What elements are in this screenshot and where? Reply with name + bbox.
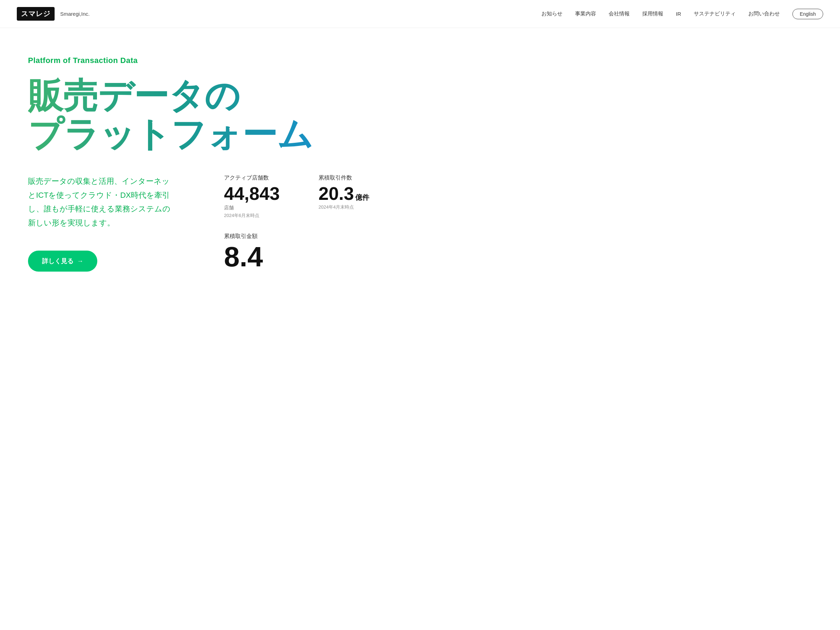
arrow-icon: → — [77, 257, 83, 265]
desc-green: 販売データの収集と活用、インターネッとICTを使ってクラウド・DX時代を牽引し、… — [28, 177, 171, 227]
cumulative-tx-number: 20.3 億件 — [319, 185, 392, 203]
cta-button[interactable]: 詳しく見る → — [28, 251, 97, 272]
stats-area: アクティブ店舗数 44,843 店舗 2024年6月末時点 累積取引件数 20.… — [224, 174, 392, 272]
description-area: 販売データの収集と活用、インターネッとICTを使ってクラウド・DX時代を牽引し、… — [28, 174, 196, 272]
hero-title-line1: 販売データの — [28, 76, 392, 115]
cumulative-amount-value: 8.4 — [224, 243, 392, 271]
company-name: Smaregi,Inc. — [60, 11, 90, 17]
logo[interactable]: スマレジ — [17, 7, 55, 21]
description-text: 販売データの収集と活用、インターネッとICTを使ってクラウド・DX時代を牽引し、… — [28, 174, 196, 230]
hero-title: 販売データの プラットフォーム — [28, 76, 392, 153]
stat-cumulative-amount: 累積取引金額 8.4 — [224, 233, 392, 271]
stat-cumulative-transactions: 累積取引件数 20.3 億件 2024年4月末時点 — [319, 174, 392, 219]
main-content: Platform of Transaction Data 販売データの プラット… — [0, 28, 420, 272]
content-section: 販売データの収集と活用、インターネッとICTを使ってクラウド・DX時代を牽引し、… — [28, 174, 392, 272]
cumulative-tx-unit: 億件 — [355, 194, 369, 201]
cta-label: 詳しく見る — [42, 257, 74, 265]
nav-business[interactable]: 事業内容 — [575, 11, 596, 17]
active-stores-label: アクティブ店舗数 — [224, 174, 297, 182]
cta-area: 詳しく見る → — [28, 251, 196, 272]
english-button[interactable]: English — [793, 9, 823, 19]
nav-ir[interactable]: IR — [676, 11, 681, 17]
cumulative-tx-label: 累積取引件数 — [319, 174, 392, 182]
active-stores-note: 2024年6月末時点 — [224, 212, 297, 219]
cumulative-tx-note: 2024年4月末時点 — [319, 204, 392, 210]
cumulative-amount-label: 累積取引金額 — [224, 233, 392, 240]
stat-active-stores: アクティブ店舗数 44,843 店舗 2024年6月末時点 — [224, 174, 297, 219]
active-stores-number: 44,843 — [224, 185, 297, 203]
nav-news[interactable]: お知らせ — [542, 11, 562, 17]
nav-sustainability[interactable]: サステナビリティ — [694, 11, 736, 17]
cumulative-tx-value: 20.3 — [319, 185, 354, 203]
nav-recruit[interactable]: 採用情報 — [642, 11, 663, 17]
active-stores-value: 44,843 — [224, 185, 279, 203]
platform-label: Platform of Transaction Data — [28, 56, 392, 65]
hero-title-line2: プラットフォーム — [28, 115, 392, 153]
nav-company[interactable]: 会社情報 — [609, 11, 630, 17]
active-stores-unit: 店舗 — [224, 205, 297, 211]
nav-contact[interactable]: お問い合わせ — [748, 11, 780, 17]
logo-area: スマレジ Smaregi,Inc. — [17, 7, 90, 21]
main-nav: お知らせ 事業内容 会社情報 採用情報 IR サステナビリティ お問い合わせ E… — [542, 9, 823, 19]
site-header: スマレジ Smaregi,Inc. お知らせ 事業内容 会社情報 採用情報 IR… — [0, 0, 840, 28]
